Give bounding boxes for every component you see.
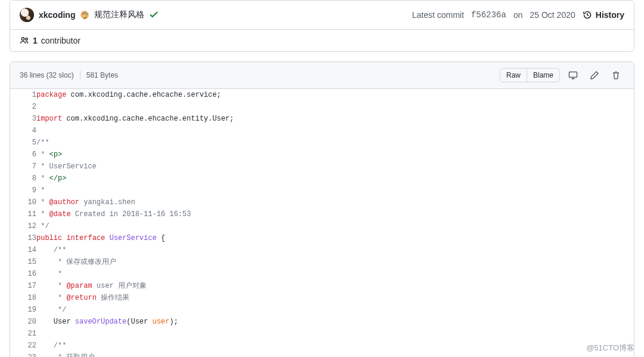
edit-button[interactable] — [586, 67, 603, 84]
code-row: 22 /** — [10, 340, 634, 352]
svg-point-2 — [85, 12, 86, 14]
line-number[interactable]: 4 — [10, 125, 36, 137]
contributors-row: 1 contributor — [10, 30, 634, 51]
size-stat: 581 Bytes — [86, 71, 118, 79]
raw-button[interactable]: Raw — [500, 68, 527, 82]
line-number[interactable]: 21 — [10, 328, 36, 340]
code-line[interactable]: * — [36, 184, 634, 196]
code-line[interactable] — [36, 125, 634, 137]
commit-on-label: on — [513, 10, 523, 20]
latest-commit-label: Latest commit — [412, 10, 464, 20]
commit-meta: Latest commit f56236a on 25 Oct 2020 His… — [412, 10, 624, 20]
commit-header: xkcoding 规范注释风格 Latest commit f56236a on… — [10, 1, 634, 30]
line-number[interactable]: 5 — [10, 137, 36, 149]
code-line[interactable]: * @return 操作结果 — [36, 292, 634, 304]
code-line[interactable]: package com.xkcoding.cache.ehcache.servi… — [36, 89, 634, 101]
line-number[interactable]: 7 — [10, 161, 36, 173]
history-label: History — [596, 10, 624, 20]
code-line[interactable]: * </p> — [36, 173, 634, 184]
code-row: 12 */ — [10, 220, 634, 232]
code-row: 14 /** — [10, 244, 634, 256]
code-actions: Raw Blame — [500, 67, 624, 84]
code-line[interactable]: /** — [36, 244, 634, 256]
screen-icon — [568, 70, 578, 80]
commit-sha[interactable]: f56236a — [471, 10, 506, 20]
line-number[interactable]: 3 — [10, 113, 36, 125]
svg-rect-6 — [569, 72, 577, 78]
line-number[interactable]: 13 — [10, 232, 36, 244]
svg-point-1 — [82, 13, 84, 15]
code-line[interactable] — [36, 328, 634, 340]
line-number[interactable]: 11 — [10, 208, 36, 220]
line-number[interactable]: 8 — [10, 173, 36, 184]
pencil-icon — [590, 70, 599, 80]
code-row: 5/** — [10, 137, 634, 149]
line-number[interactable]: 6 — [10, 149, 36, 161]
line-number[interactable]: 17 — [10, 280, 36, 292]
code-line[interactable]: * 保存或修改用户 — [36, 256, 634, 268]
line-number[interactable]: 1 — [10, 89, 36, 101]
commit-box: xkcoding 规范注释风格 Latest commit f56236a on… — [10, 0, 634, 52]
raw-blame-group: Raw Blame — [500, 68, 560, 82]
commit-author-area: xkcoding 规范注释风格 — [20, 8, 159, 22]
line-number[interactable]: 15 — [10, 256, 36, 268]
line-number[interactable]: 12 — [10, 220, 36, 232]
contributor-label: contributor — [41, 36, 80, 45]
code-line[interactable]: /** — [36, 340, 634, 352]
line-number[interactable]: 20 — [10, 316, 36, 328]
line-number[interactable]: 19 — [10, 304, 36, 316]
trash-icon — [611, 70, 621, 80]
code-row: 8 * </p> — [10, 173, 634, 184]
code-row: 3import com.xkcoding.cache.ehcache.entit… — [10, 113, 634, 125]
svg-point-5 — [26, 38, 28, 41]
code-line[interactable]: * @date Created in 2018-11-16 16:53 — [36, 208, 634, 220]
line-number[interactable]: 9 — [10, 184, 36, 196]
code-line[interactable]: * @param user 用户对象 — [36, 280, 634, 292]
code-line[interactable]: * — [36, 268, 634, 280]
code-line[interactable] — [36, 101, 634, 113]
check-icon[interactable] — [149, 10, 159, 21]
line-number[interactable]: 14 — [10, 244, 36, 256]
line-number[interactable]: 22 — [10, 340, 36, 352]
author-link[interactable]: xkcoding — [39, 10, 75, 20]
svg-point-3 — [86, 14, 88, 16]
code-line[interactable]: public interface UserService { — [36, 232, 634, 244]
code-line[interactable]: */ — [36, 220, 634, 232]
lines-stat: 36 lines (32 sloc) — [20, 71, 74, 79]
commit-message[interactable]: 规范注释风格 — [94, 10, 144, 20]
code-row: 7 * UserService — [10, 161, 634, 173]
code-line[interactable]: * @author yangkai.shen — [36, 196, 634, 208]
commit-date: 25 Oct 2020 — [530, 10, 575, 20]
delete-button[interactable] — [608, 67, 624, 84]
history-icon — [583, 10, 592, 20]
code-row: 9 * — [10, 184, 634, 196]
code-line[interactable]: import com.xkcoding.cache.ehcache.entity… — [36, 113, 634, 125]
code-row: 10 * @author yangkai.shen — [10, 196, 634, 208]
code-line[interactable]: * UserService — [36, 161, 634, 173]
code-row: 4 — [10, 125, 634, 137]
history-button[interactable]: History — [583, 10, 624, 20]
line-number[interactable]: 10 — [10, 196, 36, 208]
code-line[interactable]: * <p> — [36, 149, 634, 161]
code-row: 13public interface UserService { — [10, 232, 634, 244]
line-number[interactable]: 18 — [10, 292, 36, 304]
code-stats: 36 lines (32 sloc) 581 Bytes — [20, 70, 118, 80]
code-row: 23 * 获取用户 — [10, 352, 634, 357]
code-line[interactable]: User saveOrUpdate(User user); — [36, 316, 634, 328]
code-row: 2 — [10, 101, 634, 113]
palette-emoji — [80, 10, 89, 20]
line-number[interactable]: 23 — [10, 352, 36, 357]
avatar[interactable] — [20, 8, 34, 22]
line-number[interactable]: 2 — [10, 101, 36, 113]
blame-button[interactable]: Blame — [527, 68, 560, 82]
code-row: 16 * — [10, 268, 634, 280]
code-box: 36 lines (32 sloc) 581 Bytes Raw Blame — [10, 61, 634, 357]
code-row: 21 — [10, 328, 634, 340]
code-row: 18 * @return 操作结果 — [10, 292, 634, 304]
line-number[interactable]: 16 — [10, 268, 36, 280]
code-line[interactable]: * 获取用户 — [36, 352, 634, 357]
code-line[interactable]: /** — [36, 137, 634, 149]
people-icon — [20, 36, 29, 45]
desktop-button[interactable] — [565, 67, 581, 84]
code-line[interactable]: */ — [36, 304, 634, 316]
